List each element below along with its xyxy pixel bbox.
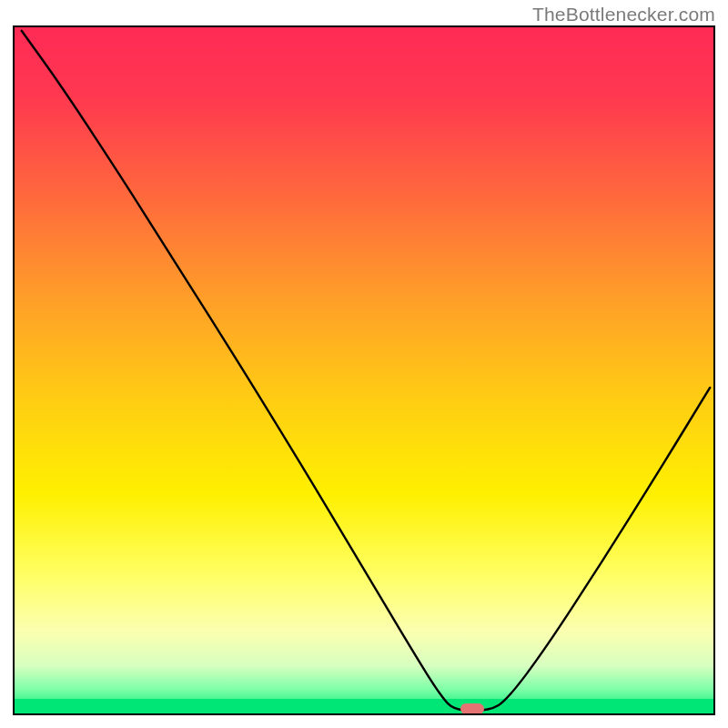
- watermark-text: TheBottlenecker.com: [532, 4, 715, 25]
- chart-curve: [15, 27, 713, 713]
- chart-frame: [13, 25, 715, 715]
- bottleneck-curve-path: [22, 31, 711, 711]
- optimal-point-marker: [460, 703, 484, 714]
